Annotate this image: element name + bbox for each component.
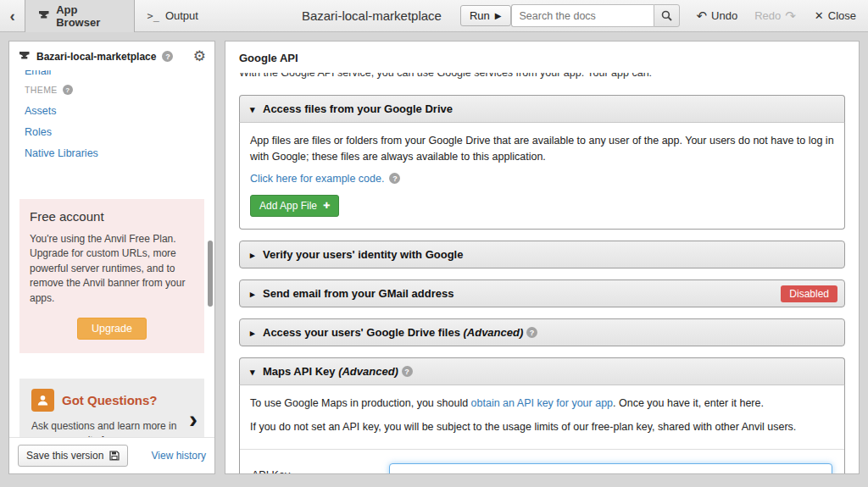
back-button[interactable]: ‹ bbox=[0, 7, 25, 25]
google-api-panel: Google API With the Google API service, … bbox=[225, 41, 860, 474]
sidebar-scrollbar-thumb[interactable] bbox=[208, 241, 213, 307]
redo-button[interactable]: Redo ↷ bbox=[754, 8, 796, 24]
section-maps-api-key-header[interactable]: ▾Maps API Key (Advanced) ? bbox=[239, 357, 845, 385]
view-history-link[interactable]: View history bbox=[152, 450, 206, 462]
tab-output[interactable]: >_ Output bbox=[135, 0, 209, 32]
search-input[interactable] bbox=[511, 4, 654, 27]
example-code-link[interactable]: Click here for example code. bbox=[250, 173, 384, 185]
help-icon[interactable]: ? bbox=[526, 327, 537, 338]
api-key-input[interactable] bbox=[389, 463, 832, 474]
add-app-file-label: Add App File bbox=[259, 200, 317, 212]
help-icon[interactable]: ? bbox=[162, 51, 173, 62]
floppy-icon bbox=[109, 451, 120, 461]
disabled-badge: Disabled bbox=[781, 285, 837, 302]
redo-icon: ↷ bbox=[785, 8, 796, 24]
run-label: Run bbox=[470, 9, 490, 22]
sidebar-item-assets[interactable]: Assets bbox=[25, 105, 214, 117]
maps-paragraph-1: To use Google Maps in production, you sh… bbox=[250, 396, 834, 412]
add-app-file-button[interactable]: Add App File ✚ bbox=[250, 195, 339, 217]
sidebar-footer: Save this version View history bbox=[9, 437, 214, 473]
section-users-drive-files: ▸Access your users' Google Drive files (… bbox=[239, 318, 845, 346]
caret-right-icon: ▸ bbox=[250, 289, 263, 300]
close-icon: ✕ bbox=[815, 9, 824, 22]
gear-icon[interactable]: ⚙ bbox=[193, 49, 206, 64]
tab-app-browser[interactable]: App Browser bbox=[25, 0, 135, 32]
person-icon bbox=[31, 389, 54, 412]
sidebar-item-roles[interactable]: Roles bbox=[25, 126, 214, 138]
section-title-advanced: (Advanced) bbox=[338, 365, 398, 378]
redo-label: Redo bbox=[754, 9, 781, 22]
section-title: Verify your users' identity with Google bbox=[263, 248, 463, 261]
section-verify-identity: ▸Verify your users' identity with Google bbox=[239, 241, 845, 268]
section-maps-api-key: ▾Maps API Key (Advanced) ? To use Google… bbox=[239, 357, 845, 475]
upgrade-button[interactable]: Upgrade bbox=[77, 318, 147, 340]
sidebar-nav: Email THEME ? Assets Roles Native Librar… bbox=[9, 70, 214, 169]
intro-clip: With the Google API service, you can use… bbox=[239, 73, 845, 84]
top-toolbar: ‹ App Browser >_ Output Bazari-local-mar… bbox=[0, 0, 868, 32]
section-title: Access files from your Google Drive bbox=[263, 102, 453, 115]
section-drive-app-files-header[interactable]: ▾Access files from your Google Drive bbox=[239, 95, 845, 123]
section-title: Send email from your GMail address bbox=[263, 287, 453, 300]
undo-icon: ↶ bbox=[697, 8, 708, 24]
save-version-label: Save this version bbox=[26, 450, 103, 462]
section-users-drive-files-header[interactable]: ▸Access your users' Google Drive files (… bbox=[239, 318, 845, 346]
free-account-text: You're using the Anvil Free Plan. Upgrad… bbox=[30, 232, 194, 306]
maps-paragraph-2: If you do not set an API key, you will b… bbox=[250, 419, 834, 435]
caret-down-icon: ▾ bbox=[250, 104, 263, 115]
sidebar-item-email[interactable]: Email bbox=[25, 70, 214, 77]
page-title: Google API bbox=[225, 42, 859, 73]
theme-section-label: THEME bbox=[25, 85, 58, 95]
api-key-label: API Key bbox=[252, 469, 389, 475]
run-button[interactable]: Run ▶ bbox=[460, 5, 511, 26]
search-icon bbox=[661, 10, 672, 21]
close-button[interactable]: ✕ Close bbox=[815, 9, 856, 22]
sidebar-app-name: Bazari-local-marketplace bbox=[36, 51, 156, 63]
search-button[interactable] bbox=[654, 4, 680, 27]
help-icon[interactable]: ? bbox=[63, 85, 73, 95]
section-drive-app-files-body: App files are files or folders from your… bbox=[239, 123, 845, 230]
plus-icon: ✚ bbox=[323, 201, 330, 210]
section-send-gmail: ▸Send email from your GMail address Disa… bbox=[239, 279, 845, 307]
undo-label: Undo bbox=[711, 9, 737, 22]
section-drive-app-files: ▾Access files from your Google Drive App… bbox=[239, 95, 845, 230]
docs-search bbox=[511, 4, 680, 27]
undo-button[interactable]: ↶ Undo bbox=[697, 8, 738, 24]
caret-down-icon: ▾ bbox=[250, 367, 263, 378]
caret-right-icon: ▸ bbox=[250, 328, 263, 339]
api-key-row: API Key bbox=[240, 449, 844, 474]
sidebar-header: Bazari-local-marketplace ? ⚙ bbox=[9, 42, 214, 70]
tab-output-label: Output bbox=[165, 9, 198, 22]
tab-app-browser-label: App Browser bbox=[56, 3, 122, 29]
sidebar-item-native-libraries[interactable]: Native Libraries bbox=[25, 147, 214, 159]
intro-text: With the Google API service, you can use… bbox=[239, 73, 845, 79]
theme-section-header: THEME ? bbox=[25, 85, 214, 95]
free-account-panel: Free account You're using the Anvil Free… bbox=[19, 199, 204, 353]
maps-p1-post: . Once you have it, enter it here. bbox=[613, 397, 764, 409]
maps-p1-pre: To use Google Maps in production, you sh… bbox=[250, 397, 471, 409]
app-browser-sidebar: Bazari-local-marketplace ? ⚙ Email THEME… bbox=[8, 41, 215, 474]
section-body-text: App files are files or folders from your… bbox=[250, 133, 834, 165]
close-label: Close bbox=[828, 9, 856, 22]
obtain-api-key-link[interactable]: obtain an API key for your app bbox=[471, 397, 613, 409]
section-maps-api-key-body: To use Google Maps in production, you sh… bbox=[239, 385, 845, 475]
free-account-title: Free account bbox=[30, 209, 194, 224]
section-title: Maps API Key bbox=[263, 365, 336, 378]
app-title: Bazari-local-marketplace bbox=[302, 8, 442, 23]
got-questions-title: Got Questions? bbox=[62, 393, 158, 407]
help-icon[interactable]: ? bbox=[402, 366, 413, 377]
section-send-gmail-header[interactable]: ▸Send email from your GMail address Disa… bbox=[239, 279, 845, 307]
chevron-right-icon: › bbox=[189, 407, 198, 432]
anvil-app-icon bbox=[37, 10, 50, 21]
anvil-app-icon bbox=[18, 51, 31, 62]
save-version-button[interactable]: Save this version bbox=[18, 445, 128, 467]
caret-right-icon: ▸ bbox=[250, 250, 263, 261]
section-title: Access your users' Google Drive files bbox=[263, 326, 460, 339]
section-title-advanced: (Advanced) bbox=[463, 326, 523, 339]
help-icon[interactable]: ? bbox=[389, 173, 400, 184]
play-icon: ▶ bbox=[495, 11, 502, 20]
section-verify-identity-header[interactable]: ▸Verify your users' identity with Google bbox=[239, 241, 845, 268]
got-questions-header: Got Questions? bbox=[31, 389, 181, 412]
terminal-icon: >_ bbox=[147, 10, 159, 22]
